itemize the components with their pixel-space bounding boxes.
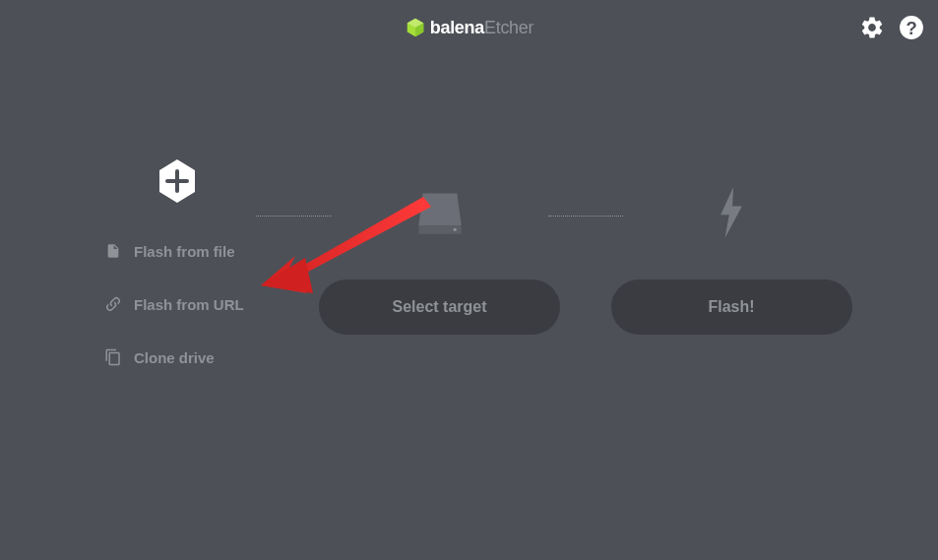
clone-drive-option[interactable]: Clone drive xyxy=(98,348,256,366)
step-flash: Flash! xyxy=(623,185,840,335)
flash-from-url-option[interactable]: Flash from URL xyxy=(98,295,256,313)
step-source: Flash from file Flash from URL xyxy=(98,154,256,366)
steps-row: Flash from file Flash from URL xyxy=(0,154,938,366)
select-target-button[interactable]: Select target xyxy=(319,280,560,335)
link-icon xyxy=(104,295,122,313)
app-logo: balenaEtcher xyxy=(405,17,533,38)
step-target: Select target xyxy=(332,185,548,335)
flash-bolt-icon xyxy=(704,185,759,240)
plus-hex-icon xyxy=(150,154,205,209)
gear-icon[interactable] xyxy=(859,15,885,40)
clone-icon xyxy=(104,348,122,366)
header-icons: ? xyxy=(859,15,924,40)
clone-drive-label: Clone drive xyxy=(134,349,215,366)
flash-from-file-option[interactable]: Flash from file xyxy=(98,242,256,260)
file-icon xyxy=(104,242,122,260)
header: balenaEtcher ? xyxy=(0,0,938,55)
help-icon[interactable]: ? xyxy=(899,15,924,40)
connector-2 xyxy=(548,216,624,217)
connector-1 xyxy=(256,216,332,217)
flash-button[interactable]: Flash! xyxy=(611,280,852,335)
flash-from-url-label: Flash from URL xyxy=(134,296,244,313)
flash-from-file-label: Flash from file xyxy=(134,243,235,260)
drive-icon xyxy=(412,185,468,240)
source-options: Flash from file Flash from URL xyxy=(98,242,256,366)
logo-text: balenaEtcher xyxy=(430,18,533,38)
svg-text:?: ? xyxy=(906,18,916,38)
logo-box-icon xyxy=(405,17,426,38)
svg-point-3 xyxy=(453,228,456,231)
main-content: Flash from file Flash from URL xyxy=(0,55,938,366)
